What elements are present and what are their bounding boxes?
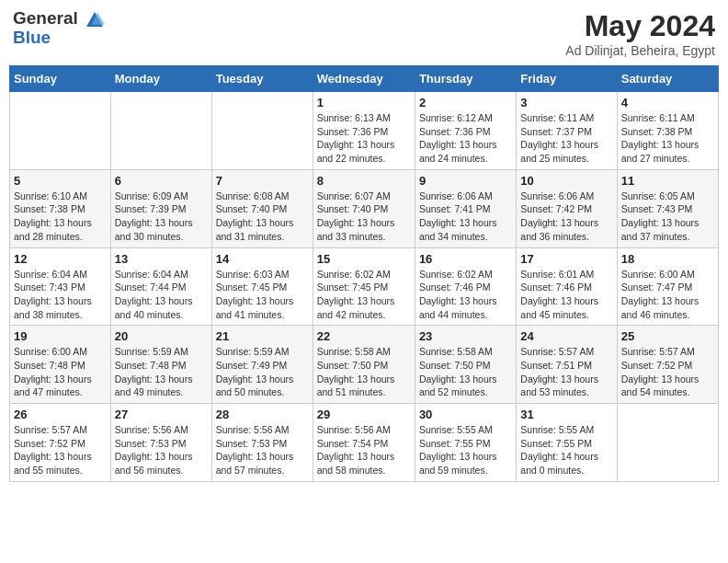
calendar-cell	[617, 404, 718, 482]
weekday-header: Wednesday	[313, 66, 415, 92]
calendar-cell: 24Sunrise: 5:57 AMSunset: 7:51 PMDayligh…	[517, 326, 617, 404]
calendar-cell: 9Sunrise: 6:06 AMSunset: 7:41 PMDaylight…	[415, 169, 516, 247]
day-number: 18	[621, 252, 714, 266]
calendar-week-row: 26Sunrise: 5:57 AMSunset: 7:52 PMDayligh…	[10, 404, 719, 482]
day-number: 23	[419, 329, 512, 343]
calendar-week-row: 12Sunrise: 6:04 AMSunset: 7:43 PMDayligh…	[10, 247, 719, 326]
calendar-week-row: 5Sunrise: 6:10 AMSunset: 7:38 PMDaylight…	[10, 169, 719, 247]
day-number: 29	[317, 408, 411, 421]
day-number: 25	[621, 329, 714, 343]
day-number: 24	[520, 329, 612, 343]
day-info: Sunrise: 6:13 AMSunset: 7:36 PMDaylight:…	[317, 111, 411, 166]
calendar-cell	[110, 92, 211, 170]
calendar-cell: 2Sunrise: 6:12 AMSunset: 7:36 PMDaylight…	[415, 92, 516, 170]
day-number: 26	[14, 408, 107, 421]
calendar-cell: 23Sunrise: 5:58 AMSunset: 7:50 PMDayligh…	[415, 326, 516, 404]
day-info: Sunrise: 6:04 AMSunset: 7:44 PMDaylight:…	[115, 268, 208, 322]
calendar-cell: 16Sunrise: 6:02 AMSunset: 7:46 PMDayligh…	[415, 247, 516, 326]
day-number: 27	[115, 408, 208, 421]
day-info: Sunrise: 5:55 AMSunset: 7:55 PMDaylight:…	[419, 423, 512, 477]
calendar-table: SundayMondayTuesdayWednesdayThursdayFrid…	[9, 65, 719, 482]
day-info: Sunrise: 6:00 AMSunset: 7:48 PMDaylight:…	[14, 345, 107, 399]
day-number: 6	[115, 174, 208, 188]
day-number: 17	[520, 252, 612, 266]
day-number: 15	[317, 252, 411, 266]
calendar-cell: 12Sunrise: 6:04 AMSunset: 7:43 PMDayligh…	[10, 247, 111, 326]
day-info: Sunrise: 5:57 AMSunset: 7:51 PMDaylight:…	[520, 345, 612, 399]
day-number: 21	[216, 329, 309, 343]
calendar-cell: 11Sunrise: 6:05 AMSunset: 7:43 PMDayligh…	[617, 169, 718, 247]
calendar-cell: 6Sunrise: 6:09 AMSunset: 7:39 PMDaylight…	[110, 169, 211, 247]
weekday-header-row: SundayMondayTuesdayWednesdayThursdayFrid…	[10, 66, 719, 92]
calendar-cell: 28Sunrise: 5:56 AMSunset: 7:53 PMDayligh…	[211, 404, 313, 482]
day-info: Sunrise: 6:03 AMSunset: 7:45 PMDaylight:…	[216, 268, 309, 322]
day-number: 3	[520, 96, 612, 109]
day-number: 30	[419, 408, 512, 421]
calendar-cell: 30Sunrise: 5:55 AMSunset: 7:55 PMDayligh…	[415, 404, 516, 482]
weekday-header: Tuesday	[211, 66, 313, 92]
day-info: Sunrise: 6:11 AMSunset: 7:38 PMDaylight:…	[621, 111, 714, 166]
day-number: 19	[14, 329, 107, 343]
calendar-cell	[211, 92, 313, 170]
calendar-cell: 14Sunrise: 6:03 AMSunset: 7:45 PMDayligh…	[211, 247, 313, 326]
calendar-cell: 13Sunrise: 6:04 AMSunset: 7:44 PMDayligh…	[110, 247, 211, 326]
day-number: 16	[419, 252, 512, 266]
day-info: Sunrise: 5:56 AMSunset: 7:53 PMDaylight:…	[115, 423, 208, 477]
day-number: 31	[520, 408, 612, 421]
weekday-header: Thursday	[415, 66, 516, 92]
day-info: Sunrise: 5:57 AMSunset: 7:52 PMDaylight:…	[14, 423, 107, 477]
calendar-cell: 18Sunrise: 6:00 AMSunset: 7:47 PMDayligh…	[617, 247, 718, 326]
day-info: Sunrise: 6:07 AMSunset: 7:40 PMDaylight:…	[317, 190, 411, 244]
day-number: 20	[115, 329, 208, 343]
day-number: 22	[317, 329, 411, 343]
calendar-week-row: 19Sunrise: 6:00 AMSunset: 7:48 PMDayligh…	[10, 326, 719, 404]
day-number: 12	[14, 252, 107, 266]
day-number: 7	[216, 174, 309, 188]
calendar-cell: 22Sunrise: 5:58 AMSunset: 7:50 PMDayligh…	[313, 326, 415, 404]
weekday-header: Monday	[110, 66, 211, 92]
day-info: Sunrise: 5:59 AMSunset: 7:49 PMDaylight:…	[216, 345, 309, 399]
calendar-cell	[10, 92, 111, 170]
day-info: Sunrise: 5:55 AMSunset: 7:55 PMDaylight:…	[520, 423, 612, 477]
day-info: Sunrise: 6:00 AMSunset: 7:47 PMDaylight:…	[621, 268, 714, 322]
calendar-cell: 15Sunrise: 6:02 AMSunset: 7:45 PMDayligh…	[313, 247, 415, 326]
day-number: 13	[115, 252, 208, 266]
day-info: Sunrise: 5:59 AMSunset: 7:48 PMDaylight:…	[115, 345, 208, 399]
calendar-week-row: 1Sunrise: 6:13 AMSunset: 7:36 PMDaylight…	[10, 92, 719, 170]
page-header: General Blue May 2024 Ad Dilinjat, Behei…	[9, 9, 719, 58]
day-info: Sunrise: 6:06 AMSunset: 7:41 PMDaylight:…	[419, 190, 512, 244]
location: Ad Dilinjat, Beheira, Egypt	[565, 43, 715, 58]
calendar-cell: 27Sunrise: 5:56 AMSunset: 7:53 PMDayligh…	[110, 404, 211, 482]
logo-blue: Blue	[13, 29, 105, 48]
calendar-cell: 8Sunrise: 6:07 AMSunset: 7:40 PMDaylight…	[313, 169, 415, 247]
calendar-cell: 17Sunrise: 6:01 AMSunset: 7:46 PMDayligh…	[517, 247, 617, 326]
title-block: May 2024 Ad Dilinjat, Beheira, Egypt	[565, 9, 715, 58]
weekday-header: Saturday	[617, 66, 718, 92]
weekday-header: Friday	[517, 66, 617, 92]
calendar-cell: 10Sunrise: 6:06 AMSunset: 7:42 PMDayligh…	[517, 169, 617, 247]
day-number: 10	[520, 174, 612, 188]
day-number: 1	[317, 96, 411, 109]
logo-text: General	[13, 9, 105, 29]
day-number: 4	[621, 96, 714, 109]
day-number: 8	[317, 174, 411, 188]
day-info: Sunrise: 6:09 AMSunset: 7:39 PMDaylight:…	[115, 190, 208, 244]
day-info: Sunrise: 6:12 AMSunset: 7:36 PMDaylight:…	[419, 111, 512, 166]
calendar-cell: 20Sunrise: 5:59 AMSunset: 7:48 PMDayligh…	[110, 326, 211, 404]
day-info: Sunrise: 6:10 AMSunset: 7:38 PMDaylight:…	[14, 190, 107, 244]
day-info: Sunrise: 6:04 AMSunset: 7:43 PMDaylight:…	[14, 268, 107, 322]
day-info: Sunrise: 6:02 AMSunset: 7:46 PMDaylight:…	[419, 268, 512, 322]
day-number: 28	[216, 408, 309, 421]
calendar-cell: 7Sunrise: 6:08 AMSunset: 7:40 PMDaylight…	[211, 169, 313, 247]
day-info: Sunrise: 5:56 AMSunset: 7:53 PMDaylight:…	[216, 423, 309, 477]
calendar-cell: 31Sunrise: 5:55 AMSunset: 7:55 PMDayligh…	[517, 404, 617, 482]
calendar-cell: 29Sunrise: 5:56 AMSunset: 7:54 PMDayligh…	[313, 404, 415, 482]
day-info: Sunrise: 5:57 AMSunset: 7:52 PMDaylight:…	[621, 345, 714, 399]
calendar-cell: 25Sunrise: 5:57 AMSunset: 7:52 PMDayligh…	[617, 326, 718, 404]
day-info: Sunrise: 6:11 AMSunset: 7:37 PMDaylight:…	[520, 111, 612, 166]
day-number: 11	[621, 174, 714, 188]
day-number: 5	[14, 174, 107, 188]
calendar-cell: 1Sunrise: 6:13 AMSunset: 7:36 PMDaylight…	[313, 92, 415, 170]
day-info: Sunrise: 6:06 AMSunset: 7:42 PMDaylight:…	[520, 190, 612, 244]
calendar-cell: 21Sunrise: 5:59 AMSunset: 7:49 PMDayligh…	[211, 326, 313, 404]
